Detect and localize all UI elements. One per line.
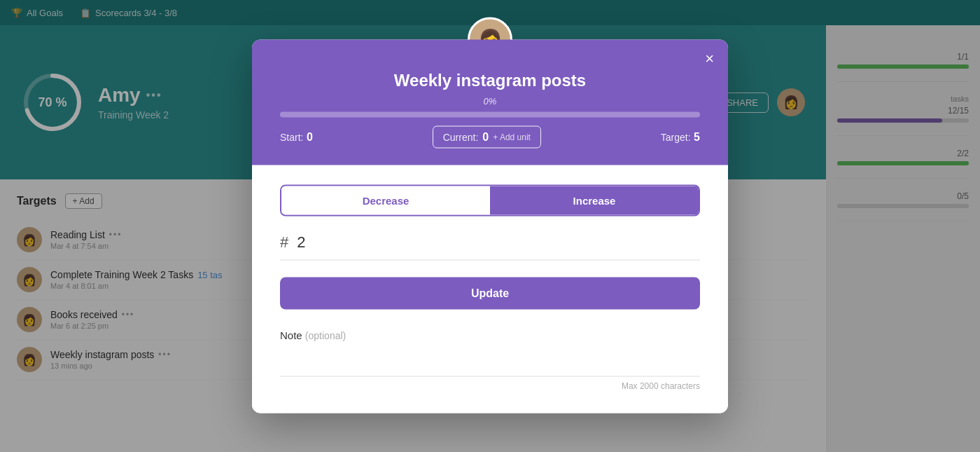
target-label: Target: <box>661 131 691 142</box>
current-label: Current: <box>443 131 479 142</box>
start-label: Start: <box>280 131 303 142</box>
decrease-button[interactable]: Decrease <box>281 186 490 214</box>
note-footer: Max 2000 characters <box>280 376 700 390</box>
modal-title: Weekly instagram posts <box>280 70 700 90</box>
modal-body: Decrease Increase # Update Note (optiona… <box>252 165 728 413</box>
target-val: 5 <box>694 130 700 142</box>
modal-close-button[interactable]: × <box>705 50 714 66</box>
modal-metrics: Start: 0 Current: 0 + Add unit Target: 5 <box>280 125 700 148</box>
current-metric-box[interactable]: Current: 0 + Add unit <box>433 125 541 148</box>
decrease-increase-toggle: Decrease Increase <box>280 184 700 216</box>
modal-progress-bar-container <box>280 111 700 117</box>
hash-symbol: # <box>280 233 288 251</box>
start-metric: Start: 0 <box>280 130 313 143</box>
number-input-area: # <box>280 233 700 260</box>
char-limit: Max 2000 characters <box>622 381 700 390</box>
start-val: 0 <box>307 130 313 142</box>
note-label: Note (optional) <box>280 329 700 341</box>
update-button[interactable]: Update <box>280 277 700 309</box>
current-val: 0 <box>482 130 489 143</box>
modal: 👩 × Weekly instagram posts 0% Start: 0 C… <box>252 39 728 413</box>
modal-header: × Weekly instagram posts 0% Start: 0 Cur… <box>252 39 728 165</box>
number-input[interactable] <box>297 233 353 251</box>
note-optional: (optional) <box>305 329 346 341</box>
note-section: Note (optional) Max 2000 characters <box>280 329 700 390</box>
modal-percent: 0% <box>280 95 700 106</box>
increase-button[interactable]: Increase <box>490 186 699 214</box>
target-metric: Target: 5 <box>661 130 700 143</box>
note-textarea[interactable] <box>280 348 700 376</box>
add-unit-label[interactable]: + Add unit <box>493 132 531 142</box>
